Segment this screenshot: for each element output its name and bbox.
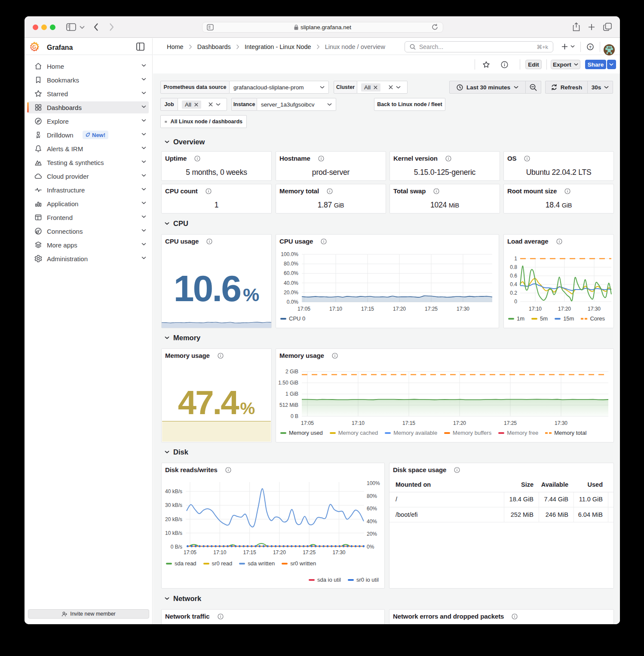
svg-text:80.0%: 80.0% [284, 261, 298, 267]
svg-text:17:20: 17:20 [393, 306, 406, 312]
svg-text:40.0%: 40.0% [284, 280, 298, 286]
svg-text:0 B: 0 B [291, 413, 298, 419]
svg-text:20.0%: 20.0% [284, 290, 298, 296]
svg-text:17:25: 17:25 [504, 420, 517, 426]
svg-text:60.0%: 60.0% [284, 270, 298, 276]
svg-text:30 kB/s: 30 kB/s [165, 502, 182, 508]
svg-text:0.0%: 0.0% [287, 299, 299, 305]
svg-text:17:05: 17:05 [301, 420, 314, 426]
svg-text:60%: 60% [367, 506, 377, 512]
svg-text:17:30: 17:30 [457, 306, 469, 312]
svg-text:1: 1 [514, 256, 517, 262]
svg-text:17:05: 17:05 [297, 306, 310, 312]
svg-text:17:10: 17:10 [329, 306, 342, 312]
svg-text:k6: k6 [37, 162, 40, 165]
svg-text:17:10: 17:10 [213, 549, 226, 555]
svg-text:10 kB/s: 10 kB/s [165, 530, 182, 536]
svg-text:100.0%: 100.0% [281, 251, 298, 257]
svg-text:17:25: 17:25 [425, 306, 438, 312]
svg-text:17:10: 17:10 [529, 306, 542, 312]
svg-text:512 MiB: 512 MiB [279, 402, 298, 408]
svg-text:100%: 100% [367, 480, 380, 486]
svg-text:17:30: 17:30 [588, 306, 601, 312]
svg-text:0.8: 0.8 [510, 264, 517, 270]
svg-text:0.4: 0.4 [510, 281, 517, 287]
svg-text:17:15: 17:15 [402, 420, 415, 426]
svg-text:1.50 GiB: 1.50 GiB [278, 380, 298, 386]
svg-text:0.6: 0.6 [510, 273, 517, 279]
svg-text:40 kB/s: 40 kB/s [165, 488, 182, 494]
svg-text:17:15: 17:15 [361, 306, 374, 312]
svg-text:20 kB/s: 20 kB/s [165, 516, 182, 522]
svg-text:20%: 20% [367, 531, 377, 537]
svg-text:2 GiB: 2 GiB [285, 369, 298, 375]
svg-text:17:20: 17:20 [453, 420, 466, 426]
svg-text:17:20: 17:20 [273, 549, 286, 555]
svg-text:40%: 40% [367, 519, 377, 525]
svg-text:1 GiB: 1 GiB [285, 391, 298, 397]
svg-text:17:30: 17:30 [555, 420, 567, 426]
svg-text:17:25: 17:25 [303, 549, 316, 555]
svg-text:17:20: 17:20 [558, 306, 571, 312]
svg-text:0: 0 [514, 299, 517, 305]
svg-text:0 B/s: 0 B/s [171, 544, 182, 550]
svg-text:17:05: 17:05 [184, 549, 196, 555]
svg-text:17:10: 17:10 [352, 420, 365, 426]
svg-text:80%: 80% [367, 493, 377, 499]
svg-text:17:30: 17:30 [332, 549, 345, 555]
svg-text:?: ? [589, 44, 592, 49]
svg-text:0.2: 0.2 [510, 290, 517, 296]
svg-text:0%: 0% [367, 544, 374, 550]
svg-text:17:15: 17:15 [243, 549, 256, 555]
